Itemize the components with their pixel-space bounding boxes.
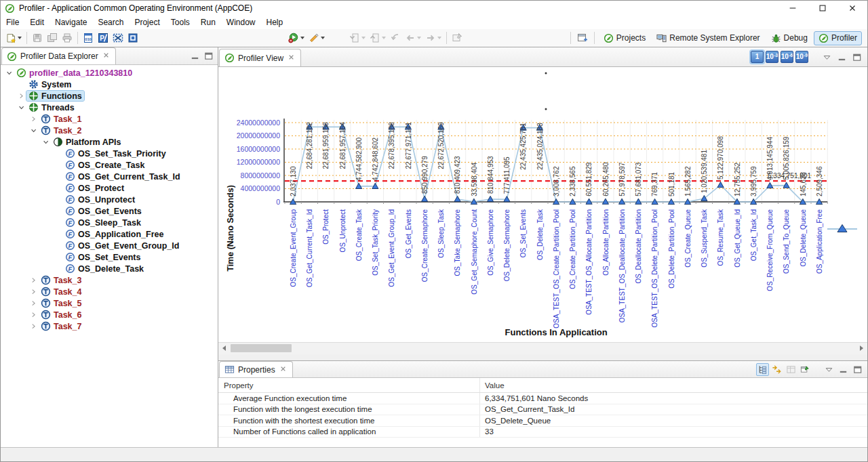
dropdown-arrow-icon[interactable] [361, 37, 366, 39]
toolbar-button-save[interactable] [31, 31, 44, 45]
perspective-button-projects[interactable]: Projects [599, 31, 650, 45]
chevron-open-icon[interactable] [18, 104, 26, 112]
toolbar-button-pin-editor[interactable] [450, 31, 464, 45]
toolbar-button-binary-file[interactable]: 010 [81, 31, 95, 45]
chevron-closed-icon[interactable] [30, 322, 38, 331]
chevron-closed-icon[interactable] [30, 311, 38, 319]
scroll-left-icon[interactable] [218, 343, 230, 354]
toolbar-button-profile[interactable] [307, 31, 326, 45]
tree-item-task_5[interactable]: Task_5 [1, 297, 218, 309]
close-icon[interactable] [279, 364, 288, 375]
chevron-closed-icon[interactable] [30, 299, 38, 308]
win-minimize-button[interactable] [778, 1, 808, 16]
unit-seconds-button[interactable]: 1 [751, 51, 764, 63]
dropdown-arrow-icon[interactable] [382, 37, 386, 39]
menu-run[interactable]: Run [195, 16, 221, 28]
minimize-view-button[interactable] [189, 49, 201, 62]
dropdown-arrow-icon[interactable] [18, 37, 22, 39]
tree-item-os_delete_task[interactable]: FOS_Delete_Task [1, 263, 218, 274]
tree-item-threads[interactable]: Threads [1, 102, 218, 113]
menu-tools[interactable]: Tools [165, 16, 195, 28]
close-icon[interactable] [102, 51, 111, 62]
tree-item-functions[interactable]: Functions [1, 90, 218, 102]
property-row[interactable]: Number of Functions called in applicatio… [218, 427, 867, 438]
tree-item-task_2[interactable]: Task_2 [1, 125, 218, 136]
tab-properties[interactable]: Properties [219, 361, 293, 377]
sash[interactable] [218, 354, 867, 360]
dropdown-arrow-icon[interactable] [321, 37, 325, 39]
open-perspective-button[interactable] [576, 31, 589, 45]
dropdown-arrow-icon[interactable] [437, 37, 441, 39]
toolbar-button-target[interactable] [126, 31, 140, 45]
tab-profiler-view[interactable]: Profiler View [219, 49, 301, 66]
tree-item-os_set_events[interactable]: FOS_Set_Events [1, 251, 218, 263]
close-icon[interactable] [287, 53, 296, 64]
toolbar-button-print[interactable] [60, 31, 74, 45]
tree-item-os_sleep_task[interactable]: FOS_Sleep_Task [1, 217, 218, 228]
scroll-right-icon[interactable] [856, 343, 867, 354]
minimize-view-button[interactable] [835, 51, 848, 64]
toolbar-button-new-wizard[interactable] [4, 31, 23, 45]
toolbar-button-last-edit-location[interactable] [389, 31, 402, 45]
chevron-open-icon[interactable] [30, 127, 38, 135]
unit-microseconds-button[interactable]: 10-6 [781, 51, 793, 63]
tree-item-task_6[interactable]: Task_6 [1, 309, 218, 320]
menu-window[interactable]: Window [221, 16, 261, 28]
property-row[interactable]: Function with the shortest execution tim… [218, 415, 867, 427]
toolbar-button-back[interactable] [403, 31, 422, 45]
toolbar-button-code-coverage[interactable]: P [96, 31, 110, 45]
tree-item-os_get_events[interactable]: FOS_Get_Events [1, 205, 218, 217]
perspective-button-debug[interactable]: Debug [766, 31, 812, 45]
toolbar-button-memory-analysis[interactable] [111, 31, 125, 45]
menu-search[interactable]: Search [92, 16, 129, 28]
perspective-button-profiler[interactable]: Profiler [814, 31, 862, 45]
menu-project[interactable]: Project [129, 16, 165, 28]
win-close-button[interactable] [837, 1, 867, 16]
chevron-open-icon[interactable] [5, 69, 14, 77]
tree-item-profiler_data_1210343810[interactable]: profiler_data_1210343810 [1, 67, 218, 79]
chevron-closed-icon[interactable] [30, 288, 38, 296]
property-row[interactable]: Average Function execution time6,334,751… [218, 393, 867, 404]
toolbar-button-previous-annotation[interactable] [368, 31, 387, 45]
tree-item-task_3[interactable]: Task_3 [1, 274, 218, 286]
tree-item-task_7[interactable]: Task_7 [1, 320, 218, 332]
pin-view-button[interactable] [799, 363, 812, 376]
tree-item-platform apis[interactable]: Platform APIs [1, 136, 218, 148]
chevron-closed-icon[interactable] [30, 115, 38, 123]
scrollbar-thumb[interactable] [231, 344, 292, 352]
toolbar-button-save-all[interactable] [45, 31, 59, 45]
toolbar-button-forward[interactable] [424, 31, 443, 45]
menu-help[interactable]: Help [261, 16, 289, 28]
tree-item-os_get_current_task_id[interactable]: FOS_Get_Current_Task_Id [1, 171, 218, 182]
column-header-property[interactable]: Property [218, 381, 479, 390]
tree-item-system[interactable]: System [1, 79, 218, 90]
menu-navigate[interactable]: Navigate [50, 16, 92, 28]
chart-horizontal-scrollbar[interactable] [218, 342, 867, 354]
view-menu-button[interactable] [821, 51, 833, 64]
maximize-view-button[interactable] [850, 51, 863, 64]
dropdown-arrow-icon[interactable] [417, 37, 421, 39]
maximize-view-button[interactable] [202, 49, 215, 62]
menu-file[interactable]: File [1, 16, 24, 28]
tree-mode-button[interactable] [756, 363, 769, 376]
tree-item-os_application_free[interactable]: FOS_Application_Free [1, 228, 218, 240]
tree-item-os_set_task_priority[interactable]: FOS_Set_Task_Priority [1, 148, 218, 159]
tab-profiler-data-explorer[interactable]: Profiler Data Explorer [1, 47, 116, 64]
chevron-open-icon[interactable] [42, 138, 50, 146]
maximize-button[interactable] [851, 363, 864, 376]
tree-item-os_get_event_group_id[interactable]: FOS_Get_Event_Group_Id [1, 240, 218, 251]
view-menu-button[interactable] [823, 363, 835, 376]
advanced-properties-button[interactable] [770, 363, 783, 376]
tree-item-os_protect[interactable]: FOS_Protect [1, 182, 218, 194]
tree-item-os_create_task[interactable]: FOS_Create_Task [1, 159, 218, 171]
tree-item-os_unprotect[interactable]: FOS_Unprotect [1, 194, 218, 205]
toolbar-button-next-annotation[interactable] [348, 31, 367, 45]
chevron-closed-icon[interactable] [18, 92, 26, 100]
column-header-value[interactable]: Value [479, 378, 867, 392]
minimize-button[interactable] [837, 363, 850, 376]
dropdown-arrow-icon[interactable] [300, 37, 304, 39]
unit-nanoseconds-button[interactable]: 10-9 [795, 51, 808, 63]
chevron-closed-icon[interactable] [30, 276, 38, 285]
restore-default-button[interactable] [785, 363, 797, 376]
property-row[interactable]: Function with the longest execution time… [218, 404, 867, 416]
